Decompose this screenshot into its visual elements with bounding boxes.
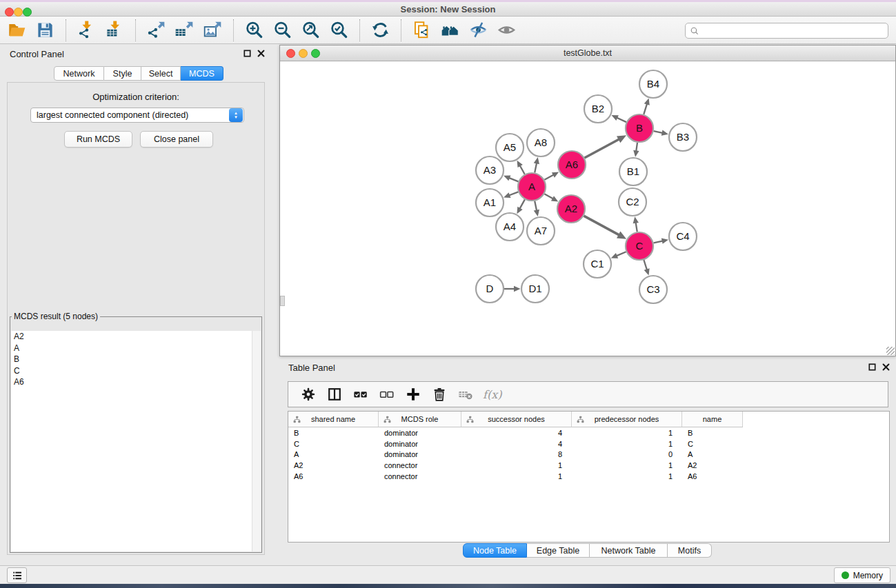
zoom-fit-button[interactable] [297,18,325,43]
result-item[interactable]: B [11,354,261,365]
graph-edge-B-B1[interactable] [633,143,639,157]
network-window-titlebar[interactable]: testGlobe.txt [280,45,895,61]
export-network-button[interactable] [142,18,170,43]
graph-node-B3[interactable]: B3 [669,123,697,151]
graph-edge-A-A3[interactable] [504,175,518,181]
graph-edge-C-C3[interactable] [644,260,649,275]
zoom-in-button[interactable] [240,18,268,43]
graph-node-A3[interactable]: A3 [476,156,504,184]
network-graph[interactable]: AA1A2A3A4A5A6A7A8BB1B2B3B4CC1C2C3C4DD1 [280,61,894,355]
result-item[interactable]: A6 [11,376,261,388]
graph-node-C2[interactable]: C2 [619,188,646,216]
close-panel-button[interactable]: Close panel [140,131,213,148]
memory-button[interactable]: Memory [834,567,890,583]
mcds-result-list[interactable]: A2ABCA6 [11,331,261,551]
graph-node-A8[interactable]: A8 [527,129,555,156]
tab-style[interactable]: Style [104,66,141,81]
search-field[interactable] [685,23,888,39]
graph-edge-A-A8[interactable] [534,157,539,172]
table-row[interactable]: Bdominator41B [288,427,889,438]
tab-network-table[interactable]: Network Table [590,543,668,558]
clone-network-button[interactable] [408,18,436,43]
search-input[interactable] [699,23,888,38]
graph-node-B1[interactable]: B1 [619,158,647,185]
window-resize-grip[interactable] [886,347,895,355]
deselect-all-button[interactable] [374,383,400,405]
table-row[interactable]: Cdominator41C [288,438,889,449]
graph-node-D[interactable]: D [476,275,504,303]
graph-node-A6[interactable]: A6 [558,151,586,179]
tab-network[interactable]: Network [54,66,104,81]
graph-node-A4[interactable]: A4 [496,213,524,241]
column-header-MCDS-role[interactable]: MCDS role [379,412,461,427]
graph-edge-A-A6[interactable] [544,172,559,179]
criterion-select[interactable]: largest connected component (directed) ▲… [30,108,244,123]
export-table-button[interactable] [170,18,199,43]
table-row[interactable]: Adominator80A [288,449,889,460]
float-panel-icon[interactable] [243,50,251,57]
graph-node-A5[interactable]: A5 [496,134,524,161]
zoom-out-button[interactable] [268,18,297,43]
result-scrollbar[interactable] [252,331,261,551]
import-table-button[interactable] [101,18,129,43]
graph-node-D1[interactable]: D1 [521,275,549,303]
column-header-shared-name[interactable]: shared name [288,412,379,427]
graph-edge-A-A4[interactable] [517,199,524,214]
graph-edge-B-B2[interactable] [611,115,626,122]
home-view-button[interactable] [436,18,464,43]
graph-edge-B-B3[interactable] [654,130,668,136]
tab-edge-table[interactable]: Edge Table [527,543,590,558]
graph-edge-C-C1[interactable] [611,252,626,258]
table-row[interactable]: A2connector11A2 [288,460,889,471]
column-header-successor-nodes[interactable]: successor nodes [461,412,572,427]
network-canvas[interactable]: AA1A2A3A4A5A6A7A8BB1B2B3B4CC1C2C3C4DD1 [280,61,895,356]
open-session-button[interactable] [3,18,31,43]
graph-node-A1[interactable]: A1 [476,189,504,216]
export-image-button[interactable] [199,18,227,43]
column-header-predecessor-nodes[interactable]: predecessor nodes [572,412,682,427]
tab-motifs[interactable]: Motifs [668,543,712,558]
graph-node-C3[interactable]: C3 [639,276,667,303]
refresh-view-button[interactable] [366,18,395,43]
close-panel-icon[interactable] [257,50,265,57]
result-item[interactable]: A [11,343,261,354]
graph-edge-A-A5[interactable] [517,161,525,174]
task-history-button[interactable] [7,567,27,583]
graph-node-B[interactable]: B [626,114,653,142]
result-item[interactable]: C [11,365,261,377]
hide-panel-button[interactable] [464,18,492,43]
graph-edge-C-C4[interactable] [653,239,668,244]
graph-edge-C-C2[interactable] [633,216,639,232]
column-header-name[interactable]: name [682,412,743,427]
graph-edge-A6-B[interactable] [584,135,626,158]
column-visibility-button[interactable] [321,383,348,405]
graph-node-B2[interactable]: B2 [584,95,612,123]
graph-node-C1[interactable]: C1 [584,250,611,278]
graph-edge-A-A7[interactable] [534,201,539,216]
graph-edge-B-B4[interactable] [644,99,649,114]
delete-row-button[interactable] [426,383,452,405]
result-item[interactable]: A2 [11,331,261,343]
save-session-button[interactable] [31,18,59,43]
table-row[interactable]: A6connector11A6 [288,471,889,482]
tab-select[interactable]: Select [141,66,181,81]
show-eye-button[interactable] [492,18,521,43]
graph-node-C[interactable]: C [626,232,653,260]
graph-node-A2[interactable]: A2 [557,195,585,223]
select-all-button[interactable] [348,383,374,405]
run-mcds-button[interactable]: Run MCDS [64,131,132,148]
canvas-left-handle[interactable] [280,296,285,306]
import-network-button[interactable] [72,18,101,43]
graph-edge-A-A1[interactable] [504,192,518,198]
graph-node-A[interactable]: A [518,173,546,201]
tab-mcds[interactable]: MCDS [181,66,223,81]
graph-edge-A-A2[interactable] [544,194,558,201]
add-row-button[interactable] [400,383,426,405]
table-settings-button[interactable] [295,383,321,405]
tab-node-table[interactable]: Node Table [463,543,527,558]
zoom-selected-button[interactable] [325,18,353,43]
graph-node-B4[interactable]: B4 [639,70,667,98]
close-table-panel-icon[interactable] [882,363,890,371]
graph-node-A7[interactable]: A7 [527,217,555,245]
float-table-panel-icon[interactable] [868,363,876,371]
